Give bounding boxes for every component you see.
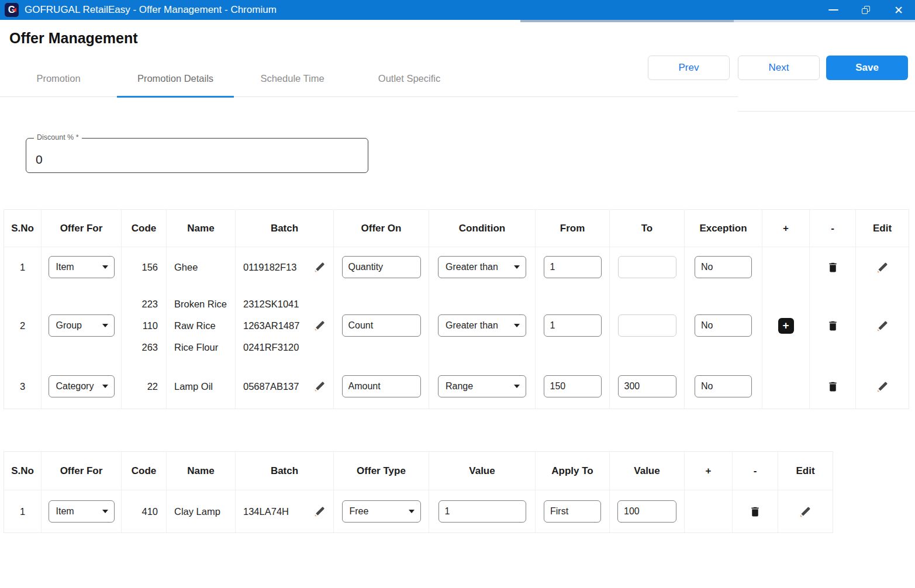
- offer-for-select[interactable]: Item: [49, 500, 115, 523]
- col-header-add: +: [685, 452, 733, 490]
- batch-value: 0241RF3120: [243, 342, 299, 353]
- minimize-button[interactable]: [817, 0, 850, 20]
- horizontal-scrollbar[interactable]: [520, 20, 915, 22]
- close-button[interactable]: ✕: [882, 0, 915, 20]
- select-value: Greater than: [446, 262, 498, 272]
- value-cell: [429, 490, 536, 532]
- tab-label: Promotion Details: [137, 73, 213, 84]
- delete-row-button[interactable]: [749, 505, 761, 518]
- from-input[interactable]: [544, 256, 602, 278]
- window-title: GOFRUGAL RetailEasy - Offer Management -…: [25, 4, 277, 16]
- plus-icon: +: [782, 319, 789, 332]
- edit-row-button[interactable]: [876, 261, 889, 274]
- discount-input[interactable]: [26, 139, 368, 172]
- name-cell: Clay Lamp: [167, 490, 236, 532]
- from-input[interactable]: [544, 314, 602, 337]
- col-header-apply-to: Apply To: [536, 452, 610, 490]
- col-header-remove: -: [733, 452, 778, 490]
- code-cell: 410: [122, 490, 167, 532]
- value2-input[interactable]: [617, 500, 676, 523]
- prev-button[interactable]: Prev: [648, 56, 730, 80]
- col-header-code: Code: [122, 210, 167, 247]
- col-header-offer-for: Offer For: [42, 210, 122, 247]
- add-cell: [685, 490, 733, 532]
- delete-row-button[interactable]: [827, 380, 839, 393]
- edit-cell: [856, 364, 909, 409]
- offer-on-input[interactable]: [342, 375, 421, 397]
- delete-row-button[interactable]: [827, 319, 839, 333]
- col-header-code: Code: [122, 452, 167, 490]
- exception-input[interactable]: [695, 314, 752, 337]
- tab-label: Promotion: [36, 73, 80, 84]
- name-value: Raw Rice: [167, 315, 235, 337]
- sno-cell: 2: [4, 287, 42, 364]
- edit-row-button[interactable]: [876, 319, 889, 333]
- save-button[interactable]: Save: [826, 56, 908, 80]
- edit-row-button[interactable]: [876, 380, 889, 393]
- to-input[interactable]: [618, 314, 676, 337]
- to-input[interactable]: [618, 256, 676, 278]
- exception-input[interactable]: [695, 256, 752, 278]
- batch-edit-button[interactable]: [313, 380, 326, 393]
- add-row-button[interactable]: +: [778, 318, 794, 334]
- gofrugal-logo-icon: G: [5, 3, 19, 17]
- batch-cell: 2312SK1041 1263AR1487 0241RF3120: [236, 287, 334, 364]
- offer-on-input[interactable]: [342, 256, 421, 278]
- offer-for-select[interactable]: Category: [49, 375, 115, 397]
- chevron-down-icon: [514, 265, 520, 269]
- condition-select[interactable]: Range: [438, 375, 526, 397]
- offer-for-select[interactable]: Group: [49, 314, 115, 337]
- value2-cell: [610, 490, 685, 532]
- remove-cell: [810, 247, 856, 287]
- pencil-icon: [313, 261, 326, 274]
- next-button[interactable]: Next: [738, 56, 820, 80]
- chevron-down-icon: [102, 385, 108, 388]
- pencil-icon: [313, 380, 326, 393]
- add-cell: +: [762, 287, 810, 364]
- name-cell: Lamp Oil: [167, 364, 236, 409]
- name-value: Rice Flour: [167, 337, 235, 358]
- apply-to-input[interactable]: [544, 500, 601, 523]
- col-header-offer-type: Offer Type: [334, 452, 429, 490]
- tab-schedule-time[interactable]: Schedule Time: [234, 61, 351, 96]
- select-value: Range: [446, 381, 473, 392]
- from-input[interactable]: [544, 375, 602, 397]
- offer-type-select[interactable]: Free: [342, 500, 421, 523]
- tab-promotion[interactable]: Promotion: [0, 61, 117, 96]
- from-cell: [536, 287, 610, 364]
- tab-promotion-details[interactable]: Promotion Details: [117, 61, 234, 96]
- exception-input[interactable]: [695, 375, 752, 397]
- restore-button[interactable]: [850, 0, 882, 20]
- apply-to-cell: [536, 490, 610, 532]
- horizontal-scrollbar-thumb[interactable]: [520, 20, 734, 22]
- logo-accent: [13, 8, 16, 12]
- condition-select[interactable]: Greater than: [438, 256, 526, 278]
- edit-row-button[interactable]: [799, 505, 812, 518]
- active-tab-underline: [117, 96, 234, 98]
- window-titlebar: G GOFRUGAL RetailEasy - Offer Management…: [0, 0, 915, 20]
- col-header-exception: Exception: [685, 210, 762, 247]
- offer-on-input[interactable]: [342, 314, 421, 337]
- delete-row-button[interactable]: [827, 261, 839, 274]
- select-value: Item: [56, 262, 74, 272]
- pencil-icon: [876, 261, 889, 274]
- batch-edit-button[interactable]: [313, 505, 326, 518]
- code-cell: 156: [122, 247, 167, 287]
- col-header-from: From: [536, 210, 610, 247]
- batch-edit-button[interactable]: [313, 319, 326, 332]
- offer-for-select[interactable]: Item: [49, 256, 115, 278]
- remove-cell: [810, 287, 856, 364]
- select-value: Free: [350, 506, 369, 517]
- code-cell: 22: [122, 364, 167, 409]
- col-header-to: To: [610, 210, 685, 247]
- value-input[interactable]: [438, 500, 526, 523]
- condition-select[interactable]: Greater than: [438, 314, 526, 337]
- to-input[interactable]: [618, 375, 676, 397]
- tab-label: Schedule Time: [260, 73, 324, 84]
- name-value: Broken Rice: [167, 293, 235, 315]
- condition-cell: Greater than: [429, 247, 536, 287]
- tab-outlet-specific[interactable]: Outlet Specific: [351, 61, 468, 96]
- batch-edit-button[interactable]: [313, 261, 326, 274]
- minimize-icon: [828, 9, 838, 11]
- batch-cell: 0119182F13: [236, 247, 334, 287]
